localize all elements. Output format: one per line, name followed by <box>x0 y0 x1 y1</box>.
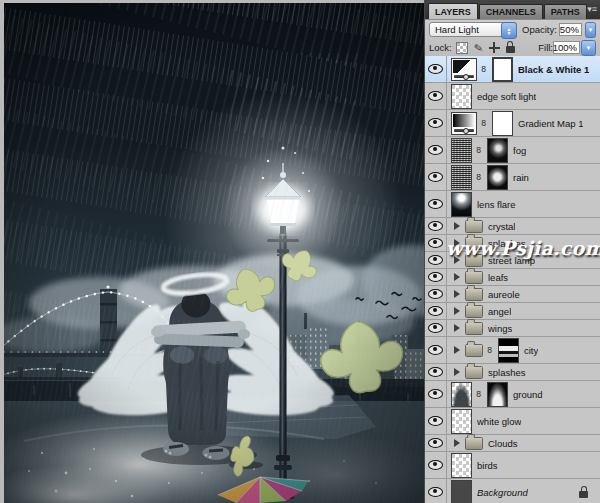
visibility-toggle[interactable] <box>425 452 447 478</box>
visibility-toggle[interactable] <box>425 337 447 363</box>
layer-name: white glow <box>477 416 521 427</box>
collapse-arrow-icon[interactable] <box>454 307 460 315</box>
eye-icon <box>428 345 443 355</box>
group-mask-thumbnail[interactable] <box>498 338 519 363</box>
layer-row-edge-soft-light[interactable]: edge soft light <box>425 83 600 110</box>
layer-thumbnail[interactable] <box>451 138 472 163</box>
group-row-wings[interactable]: wings <box>425 320 600 337</box>
collapse-arrow-icon[interactable] <box>454 256 460 264</box>
group-folder-icon <box>465 366 483 379</box>
opacity-field[interactable]: 50% <box>559 23 582 36</box>
layer-thumbnail[interactable] <box>451 480 472 503</box>
layer-mask-thumbnail[interactable] <box>492 111 513 136</box>
layer-row-rain[interactable]: rain <box>425 164 600 191</box>
group-folder-icon <box>465 288 483 301</box>
visibility-toggle[interactable] <box>425 479 447 503</box>
layer-name: crystal <box>488 221 515 232</box>
visibility-toggle[interactable] <box>425 381 447 407</box>
layer-row-ground[interactable]: ground <box>425 381 600 408</box>
eye-icon <box>428 145 443 155</box>
layer-row-birds[interactable]: birds <box>425 452 600 479</box>
group-row-angel[interactable]: angel <box>425 303 600 320</box>
layer-mask-thumbnail[interactable] <box>487 382 508 407</box>
fill-field[interactable]: 100% <box>553 41 580 54</box>
group-row-leafs[interactable]: leafs <box>425 269 600 286</box>
visibility-toggle[interactable] <box>425 137 447 163</box>
layer-thumbnail[interactable] <box>451 409 472 434</box>
lock-transparency-icon[interactable] <box>456 42 468 54</box>
visibility-toggle[interactable] <box>425 83 447 109</box>
collapse-arrow-icon[interactable] <box>454 324 460 332</box>
panel-menu-icon[interactable] <box>587 4 597 14</box>
tab-paths[interactable]: PATHS <box>544 4 587 19</box>
visibility-toggle[interactable] <box>425 408 447 434</box>
eye-icon <box>428 323 443 333</box>
visibility-toggle[interactable] <box>425 235 447 251</box>
visibility-toggle[interactable] <box>425 286 447 302</box>
collapse-arrow-icon[interactable] <box>454 222 460 230</box>
blend-mode-stepper-icon[interactable]: ▲▼ <box>501 22 517 39</box>
vignette <box>4 3 425 503</box>
layer-mask-thumbnail[interactable] <box>487 165 508 190</box>
layer-thumbnail[interactable] <box>451 84 472 109</box>
collapse-arrow-icon[interactable] <box>454 239 460 247</box>
collapse-arrow-icon[interactable] <box>454 439 460 447</box>
opacity-label: Opacity: <box>522 24 557 35</box>
layer-name: birds <box>477 460 498 471</box>
eye-icon <box>428 64 443 74</box>
black-white-adjustment-thumbnail[interactable] <box>451 58 477 81</box>
group-row-aureole[interactable]: aureole <box>425 286 600 303</box>
layer-thumbnail[interactable] <box>451 192 472 217</box>
document-canvas-area[interactable] <box>0 0 425 503</box>
group-row-splashes[interactable]: splashes <box>425 364 600 381</box>
gradient-map-adjustment-thumbnail[interactable] <box>451 112 477 135</box>
visibility-toggle[interactable] <box>425 218 447 234</box>
lock-paint-icon[interactable] <box>473 42 484 53</box>
layer-row-background[interactable]: Background <box>425 479 600 503</box>
layer-name: Black & White 1 <box>518 64 589 75</box>
visibility-toggle[interactable] <box>425 320 447 336</box>
layer-row-lens-flare[interactable]: lens flare <box>425 191 600 218</box>
layer-thumbnail[interactable] <box>451 382 472 407</box>
layer-mask-thumbnail[interactable] <box>487 138 508 163</box>
collapse-arrow-icon[interactable] <box>454 346 460 354</box>
layer-row-gradient-map-1[interactable]: Gradient Map 1 <box>425 110 600 137</box>
group-folder-icon <box>465 271 483 284</box>
layer-row-fog[interactable]: fog <box>425 137 600 164</box>
layer-mask-thumbnail[interactable] <box>492 57 513 82</box>
collapse-arrow-icon[interactable] <box>454 290 460 298</box>
background-lock-icon <box>579 491 588 498</box>
fill-dropdown-icon[interactable]: ▼ <box>581 40 596 56</box>
group-row-city[interactable]: city <box>425 337 600 364</box>
eye-icon <box>428 367 443 377</box>
visibility-toggle[interactable] <box>425 269 447 285</box>
lock-position-icon[interactable] <box>489 42 500 53</box>
layer-row-black-white-1[interactable]: Black & White 1 <box>425 56 600 83</box>
visibility-toggle[interactable] <box>425 252 447 268</box>
layer-name: street lamp <box>488 255 535 266</box>
layer-row-white-glow[interactable]: white glow <box>425 408 600 435</box>
visibility-toggle[interactable] <box>425 191 447 217</box>
visibility-toggle[interactable] <box>425 364 447 380</box>
layer-thumbnail[interactable] <box>451 453 472 478</box>
group-row-crystal[interactable]: crystal <box>425 218 600 235</box>
group-row-street-lamp[interactable]: street lamp <box>425 252 600 269</box>
opacity-dropdown-icon[interactable]: ▼ <box>585 22 596 38</box>
layer-thumbnail[interactable] <box>451 165 472 190</box>
group-row-clouds[interactable]: Clouds <box>425 435 600 452</box>
lock-all-icon[interactable] <box>506 46 515 53</box>
link-icon <box>479 64 488 74</box>
blend-mode-select[interactable]: Hard Light ▲▼ <box>429 22 517 37</box>
tab-channels[interactable]: CHANNELS <box>479 4 543 19</box>
tab-layers[interactable]: LAYERS <box>428 3 478 19</box>
collapse-arrow-icon[interactable] <box>454 273 460 281</box>
group-row-splashes-upper[interactable]: splashes <box>425 235 600 252</box>
visibility-toggle[interactable] <box>425 303 447 319</box>
visibility-toggle[interactable] <box>425 56 447 82</box>
collapse-arrow-icon[interactable] <box>454 368 460 376</box>
visibility-toggle[interactable] <box>425 435 447 451</box>
visibility-toggle[interactable] <box>425 164 447 190</box>
visibility-toggle[interactable] <box>425 110 447 136</box>
eye-icon <box>428 416 443 426</box>
artwork-image[interactable] <box>4 3 425 503</box>
